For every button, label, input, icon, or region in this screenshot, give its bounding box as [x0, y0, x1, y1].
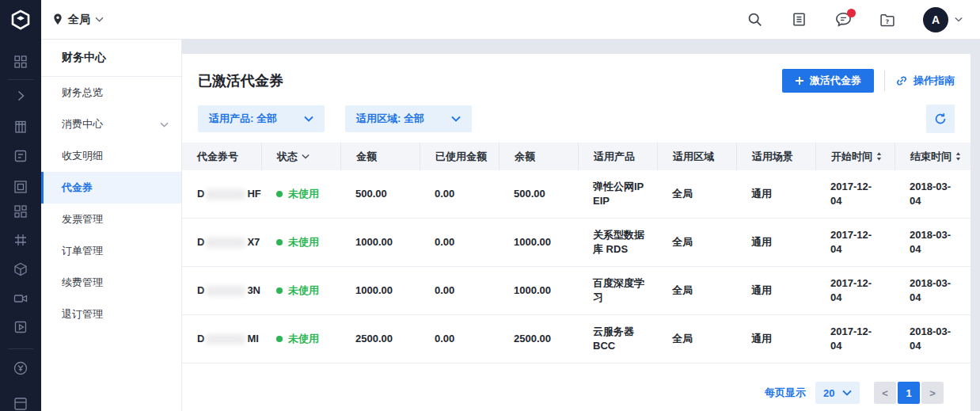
status-dot [276, 191, 283, 197]
region-label: 全局 [68, 13, 90, 27]
page-1-button[interactable]: 1 [898, 382, 920, 404]
content-card: 已激活代金券 激活代金券 操作指南 适用产品: 全部 [182, 54, 971, 411]
sidenav-item-consumption-center[interactable]: 消费中心 [41, 108, 181, 140]
product-cell: 关系型数据库 RDS [578, 219, 657, 266]
balance-cell: 1000.00 [499, 267, 578, 314]
plus-icon [795, 76, 804, 86]
col-used-amount: 已使用金额 [420, 143, 499, 170]
avatar: A [923, 7, 948, 32]
col-status[interactable]: 状态 [261, 143, 340, 170]
used-cell: 0.00 [420, 315, 499, 363]
yen-icon[interactable] [13, 360, 28, 376]
topbar: 全局 ? A [0, 0, 980, 40]
col-balance: 余额 [499, 143, 578, 170]
status-badge: 未使用 [288, 332, 319, 346]
region-cell: 全局 [657, 315, 736, 363]
region-cell: 全局 [657, 170, 736, 218]
table-row[interactable]: DMI 未使用 2500.00 0.00 2500.00 云服务器 BCC 全局… [182, 315, 971, 363]
used-cell: 0.00 [420, 170, 499, 218]
location-pin-icon [52, 13, 63, 26]
divider [884, 70, 885, 91]
sidenav-item-renewals[interactable]: 续费管理 [41, 267, 181, 299]
sidenav: 财务中心 财务总览 消费中心 收支明细 代金券 发票管理 订单管理 续费管理 退… [41, 40, 182, 411]
scene-cell: 通用 [736, 170, 815, 218]
table-row[interactable]: D3N 未使用 1000.00 0.00 1000.00 百度深度学习 全局 通… [182, 267, 971, 315]
guide-link[interactable]: 操作指南 [895, 74, 955, 88]
col-product: 适用产品 [578, 143, 657, 170]
chevron-down-icon [304, 116, 313, 122]
ledger-icon[interactable] [13, 148, 28, 164]
icon-sidebar [0, 40, 41, 411]
building-icon[interactable] [13, 119, 28, 135]
col-region: 适用区域 [657, 143, 736, 170]
chevron-right-icon[interactable] [13, 88, 28, 104]
chevron-down-icon [955, 17, 963, 22]
cube-logo-icon [9, 9, 32, 31]
start-cell: 2017-12-04 [815, 170, 895, 218]
scene-cell: 通用 [736, 267, 815, 314]
redacted-blur [206, 238, 245, 248]
status-badge: 未使用 [288, 235, 319, 249]
amount-cell: 1000.00 [340, 267, 420, 314]
end-cell: 2018-03-04 [895, 219, 971, 266]
sidenav-item-transactions[interactable]: 收支明细 [41, 140, 181, 172]
prev-page-button[interactable]: < [874, 382, 896, 404]
brand-logo[interactable] [0, 0, 41, 40]
cube-icon[interactable] [13, 261, 28, 277]
activate-voucher-button[interactable]: 激活代金券 [782, 69, 874, 93]
folder-question-icon[interactable]: ? [879, 11, 896, 29]
status-badge: 未使用 [288, 187, 319, 201]
product-cell: 云服务器 BCC [578, 315, 657, 363]
col-amount: 金额 [340, 143, 420, 170]
chevron-down-icon [842, 390, 852, 396]
chevron-down-icon [302, 154, 310, 159]
sidenav-item-finance-overview[interactable]: 财务总览 [41, 77, 181, 108]
tiles-icon[interactable] [13, 204, 28, 219]
page-size-select[interactable]: 20 [815, 382, 860, 404]
search-icon[interactable] [746, 11, 763, 29]
col-start-time[interactable]: 开始时间 [815, 143, 895, 170]
voucher-code-cell: D3N [182, 267, 261, 314]
refresh-icon [934, 112, 947, 125]
col-voucher-code: 代金券号 [182, 143, 261, 170]
frame-icon[interactable] [13, 179, 28, 195]
sidenav-item-vouchers[interactable]: 代金券 [41, 172, 181, 204]
main-area: 已激活代金券 激活代金券 操作指南 适用产品: 全部 [182, 40, 980, 411]
hash-icon[interactable] [13, 232, 28, 248]
box-icon[interactable] [13, 396, 28, 411]
balance-cell: 2500.00 [499, 315, 578, 363]
filter-product-select[interactable]: 适用产品: 全部 [198, 105, 325, 132]
camera-icon[interactable] [13, 291, 28, 306]
table-row[interactable]: DX7 未使用 1000.00 0.00 1000.00 关系型数据库 RDS … [182, 219, 971, 267]
chevron-down-icon [451, 116, 461, 122]
region-picker[interactable]: 全局 [52, 13, 104, 27]
filter-region-select[interactable]: 适用区域: 全部 [345, 105, 472, 132]
grid-icon[interactable] [13, 54, 28, 70]
play-icon[interactable] [13, 319, 28, 335]
table-header: 代金券号 状态 金额 已使用金额 余额 适用产品 适用区域 适用场景 开始时间 … [182, 143, 971, 170]
sort-icon [955, 152, 961, 161]
page-title: 已激活代金券 [198, 71, 283, 90]
end-cell: 2018-03-04 [895, 315, 971, 363]
list-icon[interactable] [790, 11, 807, 29]
next-page-button[interactable]: > [921, 382, 944, 404]
refresh-button[interactable] [926, 105, 955, 133]
sidenav-item-invoices[interactable]: 发票管理 [41, 204, 181, 235]
status-dot [276, 336, 283, 342]
redacted-blur [206, 334, 245, 344]
table-row[interactable]: DHF 未使用 500.00 0.00 500.00 弹性公网IP EIP 全局… [182, 170, 971, 219]
chat-icon[interactable] [834, 11, 852, 29]
account-menu[interactable]: A [923, 7, 963, 32]
used-cell: 0.00 [420, 267, 499, 314]
chevron-down-icon [160, 122, 169, 127]
product-cell: 百度深度学习 [578, 267, 657, 314]
balance-cell: 500.00 [499, 170, 578, 218]
start-cell: 2017-12-04 [815, 267, 895, 314]
status-badge: 未使用 [288, 284, 319, 298]
region-cell: 全局 [657, 219, 736, 266]
status-dot [276, 239, 283, 245]
sidenav-item-orders[interactable]: 订单管理 [41, 235, 181, 267]
sidenav-item-unsubscribe[interactable]: 退订管理 [41, 299, 181, 330]
product-cell: 弹性公网IP EIP [578, 170, 657, 218]
col-end-time[interactable]: 结束时间 [895, 143, 971, 170]
